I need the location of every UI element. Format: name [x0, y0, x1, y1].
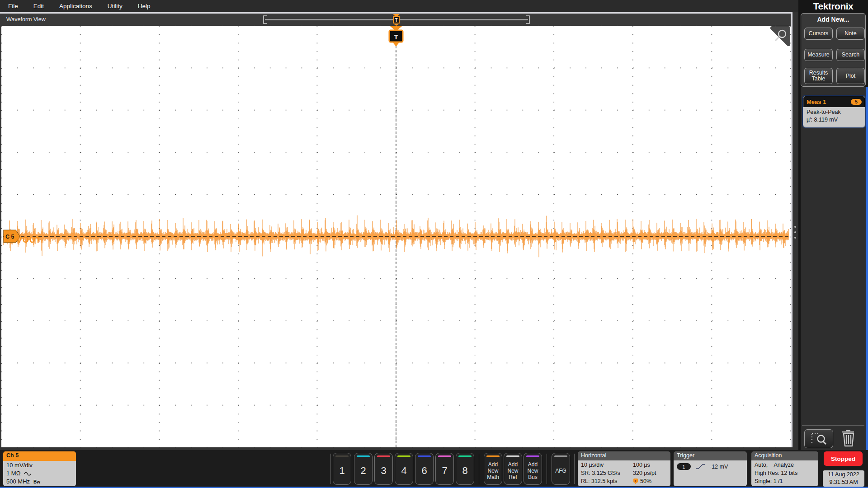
acquisition-header: Acquisition: [751, 451, 818, 460]
results-bar: [801, 87, 866, 450]
menu-utility[interactable]: Utility: [108, 3, 123, 9]
meas1-header: Meas 1 5: [803, 96, 865, 107]
divider: [479, 454, 479, 484]
waveform-text-label: VOUT: [17, 235, 41, 245]
sidebar-right-accent: [866, 87, 868, 488]
trigger-position-icon: T: [633, 478, 638, 484]
afg-button[interactable]: AFG: [552, 453, 570, 485]
time-text: 9:31:53 AM: [823, 479, 864, 486]
trigger-body: 1 -12 mV: [674, 460, 747, 486]
meas1-source-badge: 5: [851, 99, 862, 105]
horizontal-duration: 100 µs: [633, 461, 650, 469]
rising-edge-icon: [695, 463, 705, 470]
trigger-source-badge: 1: [677, 463, 691, 470]
svg-text:T: T: [635, 479, 637, 483]
svg-text:C 5: C 5: [5, 234, 14, 240]
trigger-header: Trigger: [674, 451, 747, 460]
trigger-position-percent: 50%: [640, 477, 651, 485]
run-state-button[interactable]: Stopped: [824, 451, 863, 466]
horizontal-header: Horizontal: [578, 451, 670, 460]
meas1-title: Meas 1: [807, 99, 851, 105]
add-search-button[interactable]: Search: [836, 49, 865, 61]
acquisition-badge[interactable]: Acquisition Auto, Analyze High Res: 12 b…: [751, 451, 818, 486]
datetime-badge: 11 Aug 2022 9:31:53 AM: [823, 470, 864, 487]
menu-file[interactable]: File: [8, 3, 18, 9]
oscilloscope-app: File Edit Applications Utility Help Wave…: [0, 0, 868, 488]
record-length: RL: 312.5 kpts: [581, 477, 633, 485]
channel5-badge-header: Ch 5: [3, 451, 76, 461]
add-new-ref-button[interactable]: Add New Ref: [504, 453, 522, 485]
channel-8-button[interactable]: 8: [456, 453, 474, 485]
channel-3-button[interactable]: 3: [374, 453, 393, 485]
horizontal-pan-minimap[interactable]: T: [0, 14, 791, 26]
acquisition-single: Single: 1 /1: [755, 477, 815, 485]
channel-2-button[interactable]: 2: [354, 453, 373, 485]
add-measure-button[interactable]: Measure: [804, 49, 833, 61]
horizontal-scale: 10 µs/div: [581, 461, 633, 469]
zoom-box-icon: [809, 432, 828, 446]
panel-splitter[interactable]: [793, 12, 798, 450]
meas1-badge[interactable]: Meas 1 5 Peak-to-Peak µ': 8.119 mV: [803, 96, 865, 127]
corner-zoom-icon[interactable]: [772, 28, 788, 44]
trash-icon[interactable]: [840, 428, 857, 448]
svg-text:T: T: [394, 33, 398, 41]
trigger-badge[interactable]: Trigger 1 -12 mV: [674, 451, 747, 486]
channel-6-button[interactable]: 6: [415, 453, 434, 485]
meas1-body: Peak-to-Peak µ': 8.119 mV: [803, 107, 865, 127]
add-plot-button[interactable]: Plot: [836, 68, 865, 84]
channel-4-button[interactable]: 4: [395, 453, 413, 485]
add-cursors-button[interactable]: Cursors: [804, 28, 833, 40]
channel-7-button[interactable]: 7: [435, 453, 454, 485]
meas1-value: µ': 8.119 mV: [807, 116, 862, 124]
menu-edit[interactable]: Edit: [33, 3, 44, 9]
tektronix-logo: Tektronix: [800, 1, 866, 14]
divider: [574, 454, 575, 484]
divider: [330, 454, 331, 484]
menu-help[interactable]: Help: [138, 3, 151, 9]
trigger-marker-flag[interactable]: T: [389, 26, 403, 47]
channel5-waveform[interactable]: T C 5: [1, 26, 791, 447]
sine-icon: [24, 471, 31, 476]
add-new-math-button[interactable]: Add New Math: [484, 453, 502, 485]
channel-1-button[interactable]: 1: [333, 453, 351, 485]
menu-applications[interactable]: Applications: [59, 3, 92, 9]
add-new-title: Add New...: [801, 16, 866, 23]
results-bar-separator: [802, 425, 864, 426]
sample-rate: SR: 3.125 GS/s: [581, 469, 633, 477]
horizontal-body: 10 µs/div 100 µs SR: 3.125 GS/s 320 ps/p…: [578, 460, 670, 486]
channel5-bandwidth: 500 MHz: [6, 478, 30, 486]
add-new-bus-button[interactable]: Add New Bus: [524, 453, 542, 485]
divider: [547, 454, 547, 484]
minimap-trigger-marker[interactable]: T: [393, 14, 400, 26]
horizontal-badge[interactable]: Horizontal 10 µs/div 100 µs SR: 3.125 GS…: [578, 451, 670, 486]
channel5-impedance: 1 MΩ: [6, 469, 20, 478]
date-text: 11 Aug 2022: [823, 471, 864, 479]
waveform-plot-area[interactable]: T C 5 VOUT: [1, 26, 791, 447]
sample-resolution: 320 ps/pt: [633, 469, 656, 477]
add-note-button[interactable]: Note: [836, 28, 865, 40]
channel5-badge[interactable]: Ch 5 10 mV/div 1 MΩ 500 MHz Bw: [3, 451, 76, 486]
menu-bar: File Edit Applications Utility Help: [0, 0, 798, 12]
zoom-box-button[interactable]: [804, 429, 833, 448]
channel5-scale: 10 mV/div: [6, 461, 73, 469]
meas1-measure-name: Peak-to-Peak: [807, 108, 862, 116]
acquisition-body: Auto, Analyze High Res: 12 bits Single: …: [751, 460, 818, 486]
bandwidth-limit-icon: Bw: [33, 478, 40, 486]
trigger-level: -12 mV: [710, 464, 728, 470]
add-results-table-button[interactable]: Results Table: [804, 68, 833, 84]
acquisition-mode: Auto, Analyze: [755, 461, 815, 469]
svg-text:T: T: [395, 18, 397, 23]
acquisition-resolution: High Res: 12 bits: [755, 469, 815, 477]
channel5-badge-body: 10 mV/div 1 MΩ 500 MHz Bw: [3, 461, 76, 486]
